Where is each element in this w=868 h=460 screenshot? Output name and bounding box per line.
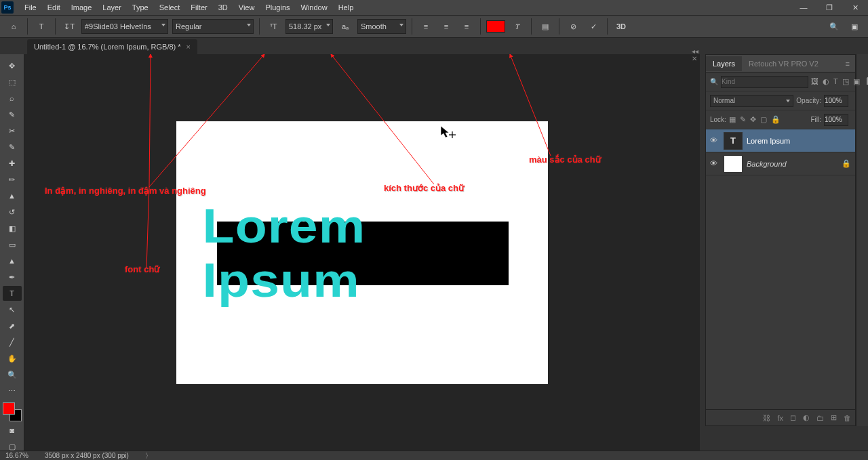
menu-view[interactable]: View — [233, 1, 260, 14]
menu-filter[interactable]: Filter — [185, 1, 212, 14]
layer-thumbnail[interactable]: T — [724, 132, 743, 150]
marquee-tool[interactable]: ⬚ — [3, 75, 22, 89]
brush-tool[interactable]: ✏ — [3, 172, 22, 187]
line-tool[interactable]: ╱ — [3, 335, 22, 350]
direct-select-tool[interactable]: ⬈ — [3, 318, 22, 333]
home-icon[interactable]: ⌂ — [5, 18, 22, 35]
visibility-toggle-icon[interactable]: 👁 — [710, 136, 719, 146]
lock-all-icon[interactable]: 🔒 — [771, 115, 781, 124]
three-d-icon[interactable]: 3D — [613, 18, 629, 35]
eraser-tool[interactable]: ◧ — [3, 221, 22, 236]
layer-item-text[interactable]: 👁 T Lorem Ipsum — [706, 129, 855, 152]
tab-layers[interactable]: Layers — [706, 56, 742, 71]
font-family-dropdown[interactable]: #9Slide03 HelvetIns — [81, 19, 168, 34]
new-layer-icon[interactable]: ⊞ — [831, 413, 837, 422]
window-restore[interactable]: ❐ — [816, 0, 842, 15]
panel-collapse[interactable]: ◂◂ ✕ — [692, 47, 705, 62]
warp-text-icon[interactable]: 𝑇 — [509, 18, 526, 35]
menu-type[interactable]: Type — [127, 1, 154, 14]
hand-tool[interactable]: ✋ — [3, 351, 22, 366]
window-close[interactable]: ✕ — [842, 0, 868, 15]
document-tab[interactable]: Untitled-1 @ 16.7% (Lorem Ipsum, RGB/8) … — [27, 39, 197, 54]
collapsed-panel-strip[interactable] — [856, 54, 868, 426]
menu-3d[interactable]: 3D — [213, 1, 233, 14]
menu-file[interactable]: File — [19, 1, 42, 14]
type-tool[interactable]: T — [3, 286, 22, 301]
visibility-toggle-icon[interactable]: 👁 — [710, 159, 719, 169]
path-select-tool[interactable]: ↖ — [3, 302, 22, 317]
font-style-dropdown[interactable]: Regular — [172, 19, 254, 34]
layer-style-icon[interactable]: fx — [777, 414, 783, 422]
annotation-font-size: kích thước của chữ — [384, 183, 464, 193]
status-caret-icon[interactable]: 〉 — [145, 451, 152, 461]
adjustment-icon[interactable]: ◐ — [803, 413, 810, 422]
tab-retouch[interactable]: Retouch VR PRO V2 — [742, 56, 825, 71]
filter-smart-icon[interactable]: ▣ — [853, 77, 860, 86]
pen-tool[interactable]: ✒ — [3, 270, 22, 285]
lock-position-icon[interactable]: ✥ — [750, 115, 756, 124]
layer-item-background[interactable]: 👁 Background 🔒 — [706, 152, 855, 175]
menu-image[interactable]: Image — [66, 1, 98, 14]
antialias-dropdown[interactable]: Smooth — [357, 19, 406, 34]
filter-adjust-icon[interactable]: ◐ — [823, 77, 829, 86]
layer-thumbnail[interactable] — [724, 155, 743, 173]
filter-toggle-icon[interactable]: ⏽ — [864, 77, 868, 86]
blur-tool[interactable]: ▲ — [3, 253, 22, 268]
blend-mode-dropdown[interactable]: Normal — [710, 95, 793, 107]
layer-mask-icon[interactable]: ◻ — [790, 413, 796, 422]
filter-image-icon[interactable]: 🖼 — [811, 77, 818, 86]
character-panel-icon[interactable]: ▤ — [537, 18, 553, 35]
menu-layer[interactable]: Layer — [97, 1, 127, 14]
gradient-tool[interactable]: ▭ — [3, 237, 22, 252]
menu-select[interactable]: Select — [154, 1, 186, 14]
layer-filter-input[interactable] — [721, 76, 808, 88]
align-center-icon[interactable]: ≡ — [438, 18, 454, 35]
close-tab-icon[interactable]: × — [186, 43, 191, 51]
link-layers-icon[interactable]: ⛓ — [763, 414, 770, 422]
color-swatches[interactable] — [3, 402, 22, 421]
lock-brush-icon[interactable]: ✎ — [740, 115, 746, 124]
font-family-value: #9Slide03 HelvetIns — [85, 22, 151, 30]
edit-toolbar[interactable]: ⋯ — [3, 383, 22, 398]
menu-window[interactable]: Window — [296, 1, 333, 14]
font-size-dropdown[interactable]: 518.32 px — [285, 19, 333, 34]
search-small-icon: 🔍 — [710, 78, 718, 85]
text-layer-selection[interactable]: Lorem Ipsum — [217, 222, 509, 285]
crop-tool[interactable]: ✂ — [3, 123, 22, 138]
workspace-switcher-icon[interactable]: ▣ — [846, 18, 863, 35]
eyedropper-tool[interactable]: ✎ — [3, 140, 22, 154]
lock-pixels-icon[interactable]: ▦ — [729, 115, 736, 124]
zoom-readout[interactable]: 16.67% — [5, 452, 28, 459]
opacity-input[interactable] — [824, 95, 848, 107]
quickmask-tool[interactable]: ◙ — [3, 423, 22, 438]
move-tool[interactable]: ✥ — [3, 58, 22, 73]
commit-icon[interactable]: ✓ — [585, 18, 601, 35]
align-left-icon[interactable]: ≡ — [418, 18, 434, 35]
stamp-tool[interactable]: ▲ — [3, 188, 22, 203]
lock-artboard-icon[interactable]: ▢ — [760, 115, 767, 124]
svg-line-0 — [146, 187, 149, 268]
delete-layer-icon[interactable]: 🗑 — [844, 414, 851, 422]
quick-select-tool[interactable]: ✎ — [3, 107, 22, 122]
lasso-tool[interactable]: ⌕ — [3, 91, 22, 106]
menu-edit[interactable]: Edit — [42, 1, 66, 14]
text-color-swatch[interactable] — [486, 20, 505, 33]
search-icon[interactable]: 🔍 — [826, 18, 842, 35]
group-icon[interactable]: 🗀 — [816, 414, 824, 422]
artboard[interactable]: Lorem Ipsum — [176, 121, 548, 384]
align-right-icon[interactable]: ≡ — [458, 18, 475, 35]
filter-type-icon[interactable]: T — [833, 77, 838, 86]
canvas-area[interactable]: Lorem Ipsum In đậm, in nghiêng, in đậm v… — [24, 54, 700, 451]
panel-menu-icon[interactable]: ≡ — [840, 60, 855, 68]
text-orientation-icon[interactable]: ↧T — [61, 18, 77, 35]
filter-shape-icon[interactable]: ◳ — [842, 77, 849, 86]
fill-input[interactable] — [824, 114, 848, 126]
menu-plugins[interactable]: Plugins — [260, 1, 295, 14]
cancel-icon[interactable]: ⊘ — [565, 18, 581, 35]
healing-tool[interactable]: ✚ — [3, 156, 22, 171]
history-brush-tool[interactable]: ↺ — [3, 205, 22, 219]
window-minimize[interactable]: — — [791, 0, 816, 15]
zoom-tool[interactable]: 🔍 — [3, 367, 22, 382]
foreground-color[interactable] — [3, 402, 15, 415]
menu-help[interactable]: Help — [333, 1, 359, 14]
